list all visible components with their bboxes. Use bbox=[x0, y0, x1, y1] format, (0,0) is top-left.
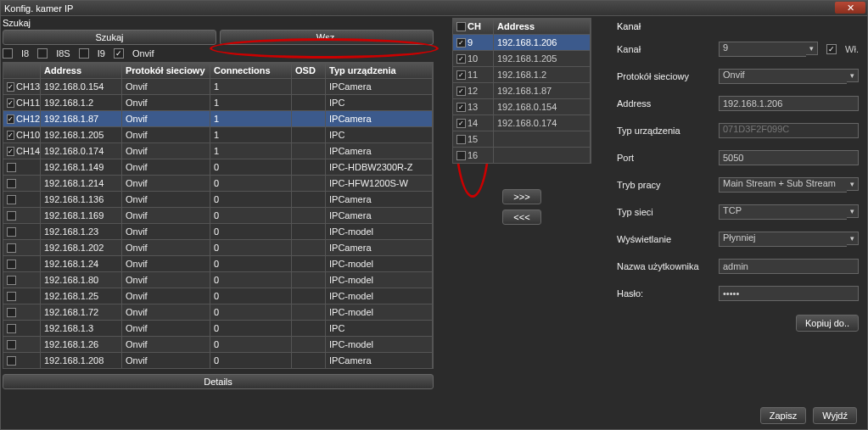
table-row[interactable]: 192.168.1.72Onvif0IPC-model bbox=[3, 304, 433, 320]
row-checkbox[interactable] bbox=[7, 82, 14, 92]
row-checkbox[interactable] bbox=[7, 163, 16, 172]
row-checkbox[interactable] bbox=[7, 211, 16, 221]
details-button[interactable]: Details bbox=[3, 374, 434, 389]
net-select[interactable]: TCP bbox=[719, 204, 847, 220]
user-input[interactable] bbox=[719, 259, 859, 274]
remove-button[interactable]: <<< bbox=[502, 209, 541, 225]
channel-row[interactable]: 14192.168.0.174 bbox=[453, 114, 591, 131]
table-row[interactable]: CH11192.168.1.2Onvif1IPC bbox=[3, 94, 433, 110]
table-row[interactable]: CH14192.168.0.174Onvif1IPCamera bbox=[3, 142, 433, 159]
row-checkbox[interactable] bbox=[7, 260, 16, 269]
table-row[interactable]: 192.168.1.80Onvif0IPC-model bbox=[3, 271, 433, 288]
filter-i8-checkbox[interactable] bbox=[3, 48, 13, 59]
ch-header-checkbox[interactable] bbox=[456, 22, 466, 31]
row-checkbox[interactable] bbox=[7, 308, 16, 317]
row-address: 192.168.1.149 bbox=[41, 159, 122, 175]
add-button[interactable]: >>> bbox=[502, 189, 541, 204]
th-ch[interactable]: CH bbox=[468, 21, 481, 31]
row-checkbox[interactable] bbox=[7, 243, 16, 253]
th-protocol[interactable]: Protokół sieciowy bbox=[122, 63, 210, 78]
proto-select[interactable]: Onvif bbox=[719, 69, 847, 84]
row-checkbox[interactable] bbox=[7, 227, 16, 237]
ch-checkbox[interactable] bbox=[456, 151, 466, 160]
pass-input[interactable] bbox=[719, 286, 859, 301]
table-row[interactable]: 192.168.1.214Onvif0IPC-HFW1200S-W bbox=[3, 175, 433, 191]
table-row[interactable]: 192.168.1.208Onvif0IPCamera bbox=[3, 352, 433, 368]
th-address[interactable]: Address bbox=[41, 63, 122, 78]
ch-checkbox[interactable] bbox=[456, 103, 466, 112]
all-button[interactable]: Wsz. bbox=[220, 30, 434, 45]
row-checkbox[interactable] bbox=[7, 131, 14, 140]
filter-i8s-checkbox[interactable] bbox=[37, 48, 48, 59]
table-row[interactable]: 192.168.1.3Onvif0IPC bbox=[3, 320, 433, 336]
address-input[interactable] bbox=[719, 96, 859, 111]
row-checkbox[interactable] bbox=[7, 114, 14, 124]
row-checkbox[interactable] bbox=[7, 179, 16, 188]
filter-onvif-checkbox[interactable] bbox=[114, 48, 124, 59]
row-type: IPC-model bbox=[326, 337, 433, 352]
row-checkbox[interactable] bbox=[7, 292, 16, 301]
chevron-down-icon[interactable]: ▾ bbox=[847, 204, 859, 218]
ch-number: 13 bbox=[468, 102, 478, 112]
table-row[interactable]: 192.168.1.26Onvif0IPC-model bbox=[3, 336, 433, 352]
channel-row[interactable]: 15 bbox=[453, 131, 591, 147]
row-checkbox[interactable] bbox=[7, 276, 16, 285]
search-button[interactable]: Szukaj bbox=[3, 30, 216, 45]
table-row[interactable]: 192.168.1.149Onvif0IPC-HDBW2300R-Z bbox=[3, 159, 433, 175]
channel-row[interactable]: 9192.168.1.206 bbox=[453, 34, 591, 50]
row-protocol: Onvif bbox=[122, 353, 210, 368]
kanal-select[interactable]: 9 bbox=[719, 42, 806, 57]
port-input[interactable] bbox=[719, 150, 859, 165]
ch-checkbox[interactable] bbox=[456, 119, 466, 128]
ch-checkbox[interactable] bbox=[456, 135, 466, 144]
wl-checkbox[interactable] bbox=[826, 44, 837, 54]
th-mid-address[interactable]: Address bbox=[494, 19, 591, 34]
channel-row[interactable]: 13192.168.0.154 bbox=[453, 98, 591, 114]
filter-i9-checkbox[interactable] bbox=[79, 48, 89, 59]
row-checkbox[interactable] bbox=[7, 147, 14, 156]
channel-row[interactable]: 12192.168.1.87 bbox=[453, 82, 591, 98]
channel-row[interactable]: 10192.168.1.205 bbox=[453, 50, 591, 66]
table-row[interactable]: 192.168.1.23Onvif0IPC-model bbox=[3, 223, 433, 239]
filter-row: I8 I8S I9 Onvif bbox=[3, 48, 434, 59]
ch-checkbox[interactable] bbox=[456, 54, 466, 64]
close-button[interactable]: ✕ bbox=[835, 2, 865, 14]
exit-button[interactable]: Wyjdź bbox=[813, 407, 857, 424]
chevron-down-icon[interactable]: ▾ bbox=[806, 42, 818, 55]
mode-select[interactable]: Main Stream + Sub Stream bbox=[719, 177, 847, 193]
save-button[interactable]: Zapisz bbox=[760, 407, 806, 424]
row-address: 192.168.1.202 bbox=[41, 240, 122, 255]
row-checkbox[interactable] bbox=[7, 356, 16, 366]
th-type[interactable]: Typ urządzenia bbox=[326, 63, 433, 78]
table-row[interactable]: CH12192.168.1.87Onvif1IPCamera bbox=[3, 110, 433, 126]
row-checkbox[interactable] bbox=[7, 98, 14, 108]
chevron-down-icon[interactable]: ▾ bbox=[847, 177, 859, 191]
channel-row[interactable]: 16 bbox=[453, 147, 591, 163]
ch-number: 16 bbox=[468, 150, 478, 160]
right-panel: Kanał Kanał 9▾ Wł. Protokół sieciowy Onv… bbox=[610, 18, 865, 427]
row-type: IPCamera bbox=[326, 240, 433, 255]
table-row[interactable]: 192.168.1.202Onvif0IPCamera bbox=[3, 239, 433, 255]
row-checkbox[interactable] bbox=[7, 340, 16, 349]
table-row[interactable]: 192.168.1.136Onvif0IPCamera bbox=[3, 191, 433, 207]
chevron-down-icon[interactable]: ▾ bbox=[847, 232, 859, 245]
row-checkbox[interactable] bbox=[7, 195, 16, 204]
table-row[interactable]: CH13192.168.0.154Onvif1IPCamera bbox=[3, 78, 433, 94]
row-checkbox[interactable] bbox=[7, 324, 16, 333]
row-conn: 0 bbox=[210, 240, 292, 255]
ch-checkbox[interactable] bbox=[456, 87, 466, 96]
th-osd[interactable]: OSD bbox=[292, 63, 326, 78]
row-osd bbox=[292, 176, 326, 191]
channel-row[interactable]: 11192.168.1.2 bbox=[453, 66, 591, 82]
table-row[interactable]: CH10192.168.1.205Onvif1IPC bbox=[3, 126, 433, 142]
ch-checkbox[interactable] bbox=[456, 38, 466, 47]
chevron-down-icon[interactable]: ▾ bbox=[847, 69, 859, 82]
table-row[interactable]: 192.168.1.24Onvif0IPC-model bbox=[3, 255, 433, 271]
display-select[interactable]: Płynniej bbox=[719, 232, 847, 247]
table-row[interactable]: 192.168.1.25Onvif0IPC-model bbox=[3, 288, 433, 304]
row-osd bbox=[292, 192, 326, 207]
copy-to-button[interactable]: Kopiuj do.. bbox=[796, 315, 859, 332]
ch-checkbox[interactable] bbox=[456, 70, 466, 80]
th-connections[interactable]: Connections bbox=[210, 63, 292, 78]
table-row[interactable]: 192.168.1.169Onvif0IPCamera bbox=[3, 207, 433, 223]
